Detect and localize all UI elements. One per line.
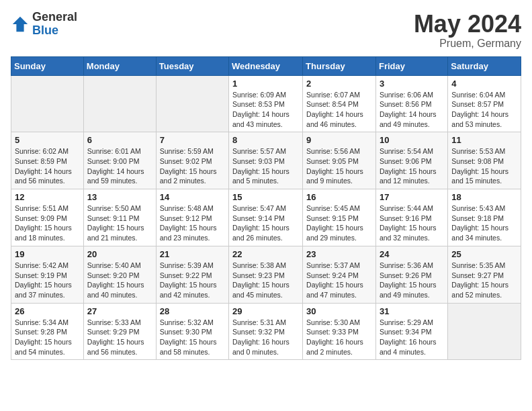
day-number: 14 [160,192,225,202]
calendar-cell: 19Sunrise: 5:42 AMSunset: 9:19 PMDayligh… [11,246,84,303]
calendar-cell: 26Sunrise: 5:34 AMSunset: 9:28 PMDayligh… [11,303,84,360]
day-info: Sunrise: 5:42 AMSunset: 9:19 PMDaylight:… [15,261,80,300]
day-info: Sunrise: 6:01 AMSunset: 9:00 PMDaylight:… [87,146,152,186]
calendar-cell: 25Sunrise: 5:35 AMSunset: 9:27 PMDayligh… [448,246,521,303]
calendar-cell: 21Sunrise: 5:39 AMSunset: 9:22 PMDayligh… [156,246,228,303]
day-info: Sunrise: 5:37 AMSunset: 9:24 PMDaylight:… [306,261,372,300]
day-number: 21 [160,249,225,259]
weekday-header-tuesday: Tuesday [156,56,228,75]
calendar-cell: 27Sunrise: 5:33 AMSunset: 9:29 PMDayligh… [83,303,156,360]
day-number: 29 [232,306,299,316]
day-number: 22 [232,249,299,259]
day-info: Sunrise: 5:56 AMSunset: 9:05 PMDaylight:… [306,146,372,186]
day-info: Sunrise: 5:48 AMSunset: 9:12 PMDaylight:… [160,203,225,243]
weekday-header-saturday: Saturday [448,56,521,75]
calendar-cell: 4Sunrise: 6:04 AMSunset: 8:57 PMDaylight… [448,75,521,132]
day-number: 2 [306,79,372,89]
calendar-cell: 16Sunrise: 5:45 AMSunset: 9:15 PMDayligh… [303,189,376,246]
logo-blue-text: Blue [32,24,77,38]
calendar-cell: 30Sunrise: 5:30 AMSunset: 9:33 PMDayligh… [303,303,376,360]
day-info: Sunrise: 6:07 AMSunset: 8:54 PMDaylight:… [306,90,372,130]
day-number: 9 [306,135,372,145]
calendar-cell: 12Sunrise: 5:51 AMSunset: 9:09 PMDayligh… [11,189,84,246]
calendar-week-row: 26Sunrise: 5:34 AMSunset: 9:28 PMDayligh… [11,303,521,360]
day-info: Sunrise: 6:04 AMSunset: 8:57 PMDaylight:… [451,90,517,130]
day-number: 18 [451,192,517,202]
logo: General Blue [11,11,77,38]
day-info: Sunrise: 5:44 AMSunset: 9:16 PMDaylight:… [380,203,444,243]
calendar-week-row: 12Sunrise: 5:51 AMSunset: 9:09 PMDayligh… [11,189,521,246]
day-number: 11 [451,135,517,145]
calendar-week-row: 19Sunrise: 5:42 AMSunset: 9:19 PMDayligh… [11,246,521,303]
day-number: 31 [380,306,444,316]
weekday-header-friday: Friday [375,56,447,75]
day-number: 24 [380,249,444,259]
day-info: Sunrise: 5:53 AMSunset: 9:08 PMDaylight:… [451,146,517,186]
day-info: Sunrise: 5:59 AMSunset: 9:02 PMDaylight:… [160,146,225,186]
calendar-cell [11,75,84,132]
day-info: Sunrise: 5:34 AMSunset: 9:28 PMDaylight:… [15,318,80,357]
day-number: 10 [380,135,444,145]
day-info: Sunrise: 5:57 AMSunset: 9:03 PMDaylight:… [232,146,299,186]
calendar-cell: 1Sunrise: 6:09 AMSunset: 8:53 PMDaylight… [229,75,303,132]
day-number: 30 [306,306,372,316]
weekday-header-wednesday: Wednesday [229,56,303,75]
weekday-header-thursday: Thursday [303,56,376,75]
calendar-cell [448,303,521,360]
calendar-cell: 13Sunrise: 5:50 AMSunset: 9:11 PMDayligh… [83,189,156,246]
day-number: 19 [15,249,80,259]
page-header: General Blue May 2024 Pruem, Germany [11,11,521,50]
day-info: Sunrise: 5:30 AMSunset: 9:33 PMDaylight:… [306,318,372,357]
logo-general-text: General [32,11,77,24]
day-info: Sunrise: 5:51 AMSunset: 9:09 PMDaylight:… [15,203,80,243]
day-number: 28 [160,306,225,316]
day-number: 8 [232,135,299,145]
day-info: Sunrise: 5:39 AMSunset: 9:22 PMDaylight:… [160,261,225,300]
calendar-cell: 15Sunrise: 5:47 AMSunset: 9:14 PMDayligh… [229,189,303,246]
day-number: 16 [306,192,372,202]
calendar-cell: 7Sunrise: 5:59 AMSunset: 9:02 PMDaylight… [156,132,228,189]
calendar-week-row: 5Sunrise: 6:02 AMSunset: 8:59 PMDaylight… [11,132,521,189]
day-number: 27 [87,306,152,316]
weekday-header-monday: Monday [83,56,156,75]
day-info: Sunrise: 5:47 AMSunset: 9:14 PMDaylight:… [232,203,299,243]
calendar-cell: 24Sunrise: 5:36 AMSunset: 9:26 PMDayligh… [375,246,447,303]
day-number: 26 [15,306,80,316]
calendar-cell: 31Sunrise: 5:29 AMSunset: 9:34 PMDayligh… [375,303,447,360]
day-number: 4 [451,79,517,89]
calendar-cell: 17Sunrise: 5:44 AMSunset: 9:16 PMDayligh… [375,189,447,246]
calendar-cell: 22Sunrise: 5:38 AMSunset: 9:23 PMDayligh… [229,246,303,303]
day-number: 7 [160,135,225,145]
day-info: Sunrise: 5:29 AMSunset: 9:34 PMDaylight:… [380,318,444,357]
calendar-cell: 2Sunrise: 6:07 AMSunset: 8:54 PMDaylight… [303,75,376,132]
logo-icon [11,15,30,34]
day-info: Sunrise: 5:38 AMSunset: 9:23 PMDaylight:… [232,261,299,300]
day-info: Sunrise: 5:36 AMSunset: 9:26 PMDaylight:… [380,261,444,300]
day-number: 5 [15,135,80,145]
day-number: 3 [380,79,444,89]
calendar-cell: 14Sunrise: 5:48 AMSunset: 9:12 PMDayligh… [156,189,228,246]
day-info: Sunrise: 5:43 AMSunset: 9:18 PMDaylight:… [451,203,517,243]
day-number: 12 [15,192,80,202]
calendar-cell: 10Sunrise: 5:54 AMSunset: 9:06 PMDayligh… [375,132,447,189]
day-info: Sunrise: 6:09 AMSunset: 8:53 PMDaylight:… [232,90,299,130]
day-number: 25 [451,249,517,259]
day-number: 20 [87,249,152,259]
calendar-cell: 28Sunrise: 5:32 AMSunset: 9:30 PMDayligh… [156,303,228,360]
calendar-cell: 6Sunrise: 6:01 AMSunset: 9:00 PMDaylight… [83,132,156,189]
day-info: Sunrise: 5:31 AMSunset: 9:32 PMDaylight:… [232,318,299,357]
calendar-cell: 18Sunrise: 5:43 AMSunset: 9:18 PMDayligh… [448,189,521,246]
calendar-subtitle: Pruem, Germany [414,38,521,50]
day-info: Sunrise: 5:50 AMSunset: 9:11 PMDaylight:… [87,203,152,243]
calendar-cell: 29Sunrise: 5:31 AMSunset: 9:32 PMDayligh… [229,303,303,360]
weekday-header-sunday: Sunday [11,56,84,75]
day-number: 17 [380,192,444,202]
day-info: Sunrise: 5:45 AMSunset: 9:15 PMDaylight:… [306,203,372,243]
calendar-cell: 8Sunrise: 5:57 AMSunset: 9:03 PMDaylight… [229,132,303,189]
calendar-cell: 5Sunrise: 6:02 AMSunset: 8:59 PMDaylight… [11,132,84,189]
calendar-cell: 3Sunrise: 6:06 AMSunset: 8:56 PMDaylight… [375,75,447,132]
day-number: 6 [87,135,152,145]
calendar-cell: 11Sunrise: 5:53 AMSunset: 9:08 PMDayligh… [448,132,521,189]
logo-text: General Blue [32,11,77,38]
day-number: 13 [87,192,152,202]
